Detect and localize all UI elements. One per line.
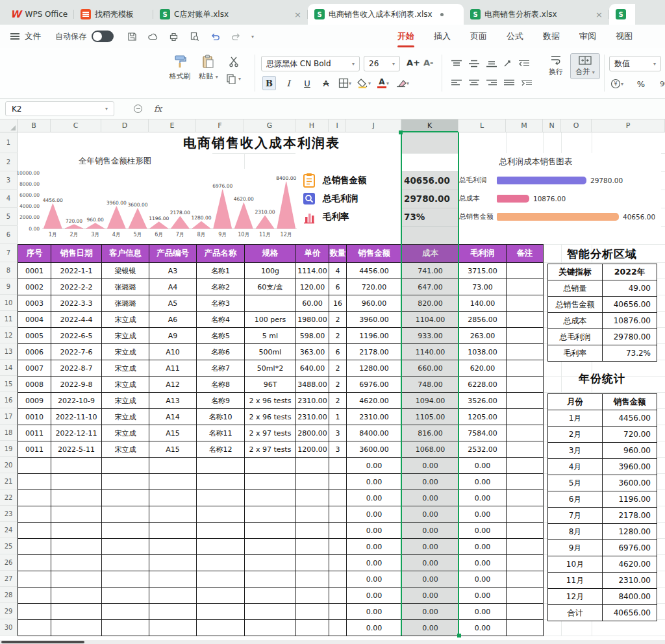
cell[interactable]: 名称10 — [197, 409, 245, 425]
percent-style-button[interactable]: % — [634, 77, 647, 91]
row-header-6[interactable]: 6 — [0, 226, 18, 244]
cell[interactable]: 50ml*2 — [245, 360, 296, 377]
cell[interactable]: 6月 — [548, 491, 603, 508]
cell[interactable]: 720.00 — [603, 427, 657, 443]
cell[interactable] — [197, 539, 245, 555]
cell[interactable]: 0002 — [18, 279, 51, 295]
cell[interactable] — [507, 328, 544, 344]
sales-column-chart[interactable]: 10000.008000.006000.004000.002000.000.00… — [18, 169, 301, 244]
cell[interactable]: 6976.00 — [347, 377, 402, 393]
cell[interactable] — [507, 263, 544, 279]
cell[interactable] — [507, 620, 544, 636]
row-header-26[interactable]: 26 — [0, 554, 18, 571]
scrollbar-thumb[interactable] — [1, 641, 84, 643]
cell[interactable]: 2月 — [548, 427, 603, 443]
cell[interactable]: 16 — [329, 295, 347, 312]
clear-format-button[interactable]: ▾ — [395, 76, 409, 90]
row-header-18[interactable]: 18 — [0, 425, 18, 441]
cell[interactable]: 2 — [329, 328, 347, 344]
cell[interactable] — [507, 588, 544, 604]
cell[interactable]: A10 — [149, 344, 197, 360]
row-header-27[interactable]: 27 — [0, 571, 18, 587]
paste-button[interactable]: 粘贴 ▾ — [195, 54, 222, 81]
cell[interactable] — [507, 409, 544, 425]
cloud-sync-icon[interactable] — [147, 31, 158, 42]
cell[interactable] — [18, 458, 51, 474]
cell[interactable] — [51, 490, 102, 506]
cell[interactable]: 2310.00 — [296, 393, 329, 409]
cell[interactable]: 1140.00 — [402, 344, 459, 360]
cell[interactable]: 2 x 97 tests — [245, 425, 296, 441]
cell[interactable] — [329, 604, 347, 620]
ribbon-tab-review[interactable]: 审阅 — [579, 31, 596, 42]
cell[interactable]: 0.00 — [347, 458, 402, 474]
cell[interactable] — [18, 506, 51, 523]
cell[interactable]: 3715.00 — [459, 263, 507, 279]
cell[interactable] — [329, 506, 347, 523]
cell[interactable]: 2 — [329, 312, 347, 328]
cell[interactable]: 宋立成 — [102, 344, 149, 360]
cell[interactable] — [18, 523, 51, 539]
cell[interactable]: 3 — [329, 425, 347, 441]
cell[interactable]: 263.00 — [459, 328, 507, 344]
cell[interactable] — [507, 344, 544, 360]
tab-c-store-statement[interactable]: S C店对账单.xlsx × — [153, 4, 308, 25]
cell[interactable]: 4月 — [548, 459, 603, 475]
cell[interactable]: 0001 — [18, 263, 51, 279]
cell[interactable]: A5 — [149, 295, 197, 312]
column-header-P[interactable]: P — [592, 119, 665, 132]
cell[interactable] — [197, 620, 245, 636]
cell[interactable] — [296, 620, 329, 636]
cell[interactable]: 0.00 — [459, 588, 507, 604]
cell[interactable] — [296, 539, 329, 555]
cut-icon[interactable] — [228, 56, 240, 68]
cell[interactable]: 总成本 — [548, 313, 603, 329]
year-stats-title[interactable]: 年份统计 — [547, 370, 657, 387]
increase-indent-icon[interactable] — [521, 76, 533, 90]
font-color-button[interactable]: A ▾ — [377, 76, 390, 90]
cell[interactable]: 60.00 — [296, 295, 329, 312]
cell[interactable] — [296, 506, 329, 523]
cell[interactable]: 96T — [245, 377, 296, 393]
cell[interactable] — [51, 588, 102, 604]
cell[interactable]: 2022-6-5 — [51, 328, 102, 344]
cell[interactable] — [507, 506, 544, 523]
column-header-D[interactable]: D — [101, 119, 149, 132]
hbar[interactable] — [497, 213, 619, 221]
bold-button[interactable]: B — [262, 76, 276, 90]
decrease-font-button[interactable]: A- — [423, 58, 433, 68]
cell[interactable] — [102, 588, 149, 604]
align-left-icon[interactable] — [451, 76, 462, 90]
cell[interactable]: 40656.00 — [603, 297, 657, 313]
cell[interactable]: 宋立成 — [102, 328, 149, 344]
cell[interactable]: 0003 — [18, 295, 51, 312]
cell[interactable]: 816.00 — [402, 425, 459, 441]
row-header-13[interactable]: 13 — [0, 343, 18, 360]
cell[interactable]: 2856.00 — [459, 312, 507, 328]
cell[interactable]: 1980.00 — [296, 312, 329, 328]
tab-sales-analysis[interactable]: S 电商销售分析表.xlsx × — [464, 4, 609, 25]
cell[interactable] — [245, 588, 296, 604]
cell-gross-profit-value[interactable]: 29780.00 — [404, 190, 457, 208]
cell[interactable] — [51, 506, 102, 523]
cell[interactable]: 100g — [245, 263, 296, 279]
cell[interactable] — [197, 604, 245, 620]
cell-total-sales-value[interactable]: 40656.00 — [404, 171, 457, 190]
cell[interactable]: 3488.00 — [296, 377, 329, 393]
cell[interactable]: 933.00 — [402, 328, 459, 344]
cell[interactable] — [329, 474, 347, 490]
cell[interactable] — [296, 474, 329, 490]
cell[interactable]: 0.00 — [459, 571, 507, 588]
row-header-25[interactable]: 25 — [0, 538, 18, 554]
cell[interactable]: 0.00 — [347, 588, 402, 604]
ribbon-tab-view[interactable]: 视图 — [616, 31, 633, 42]
cell[interactable] — [507, 312, 544, 328]
table-header-cell[interactable]: 单价 — [296, 245, 329, 263]
cell[interactable] — [245, 571, 296, 588]
cell[interactable]: 关键指标 — [548, 264, 603, 280]
row-header-7[interactable]: 7 — [0, 244, 18, 262]
cell[interactable] — [507, 523, 544, 539]
cell[interactable] — [51, 620, 102, 636]
close-icon[interactable]: × — [294, 10, 301, 19]
cell[interactable]: 5月 — [548, 475, 603, 491]
